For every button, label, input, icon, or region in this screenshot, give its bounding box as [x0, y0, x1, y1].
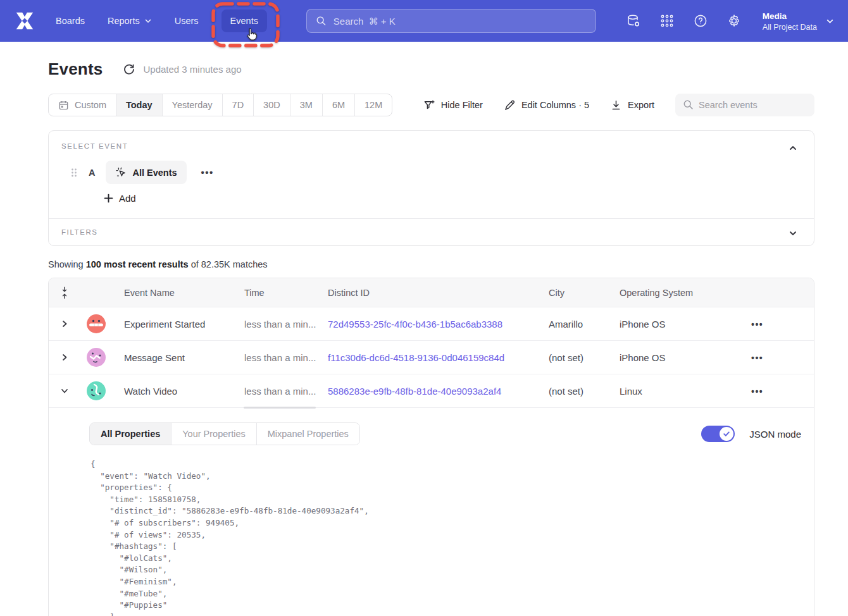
row-menu-button[interactable]: •••	[751, 319, 763, 330]
date-segment-custom[interactable]: Custom	[49, 94, 116, 116]
date-segment-3m[interactable]: 3M	[290, 94, 323, 116]
search-icon	[316, 15, 327, 27]
select-event-section: SELECT EVENT A	[49, 131, 814, 218]
expand-row-icon[interactable]	[60, 353, 69, 362]
tab-your-properties[interactable]: Your Properties	[171, 423, 256, 445]
cell-event-name: Watch Video	[112, 386, 232, 397]
nav-item-users[interactable]: Users	[175, 16, 199, 26]
nav-right-cluster: Media All Project Data	[626, 10, 834, 32]
select-event-label: SELECT EVENT	[61, 142, 801, 150]
cell-city: Amarillo	[536, 319, 607, 330]
apps-grid-icon[interactable]	[659, 13, 675, 28]
mixpanel-events-page: Boards Reports Users Events	[0, 0, 848, 616]
tab-label: Your Properties	[182, 429, 245, 439]
check-icon	[723, 430, 730, 438]
header-distinct-id[interactable]: Distinct ID	[316, 288, 536, 298]
header-operating-system[interactable]: Operating System	[607, 288, 742, 298]
nav-item-label: Reports	[108, 16, 140, 26]
edit-columns-button[interactable]: Edit Columns · 5	[504, 99, 589, 111]
row-menu-button[interactable]: •••	[751, 353, 763, 363]
nav-item-reports[interactable]: Reports	[108, 16, 152, 26]
collapse-section-button[interactable]	[785, 140, 801, 156]
edit-columns-label: Edit Columns · 5	[521, 100, 589, 110]
date-segment-label: 12M	[365, 100, 382, 110]
cell-time: less than a min...	[232, 352, 316, 363]
row-menu-button[interactable]: •••	[751, 386, 763, 397]
header-city[interactable]: City	[536, 288, 607, 298]
results-count: 100 most recent results	[86, 259, 189, 269]
json-mode-control: JSON mode	[701, 426, 801, 442]
properties-tabs: All Properties Your Properties Mixpanel …	[89, 422, 360, 445]
mixpanel-logo[interactable]	[14, 10, 35, 32]
json-mode-toggle[interactable]	[701, 426, 735, 442]
filters-section[interactable]: FILTERS	[49, 219, 814, 245]
export-button[interactable]: Export	[610, 99, 654, 111]
date-segment-label: Custom	[75, 100, 106, 110]
search-events-field	[675, 94, 814, 116]
calendar-icon	[58, 100, 69, 111]
distinct-id-link[interactable]: 72d49553-25fc-4f0c-b436-1b5ac6ab3388	[328, 319, 502, 330]
cell-time: less than a min...	[232, 386, 316, 397]
date-segment-label: 30D	[263, 100, 280, 110]
cell-os: Linux	[607, 386, 742, 397]
date-segment-12m[interactable]: 12M	[355, 94, 392, 116]
data-management-icon[interactable]	[626, 13, 641, 28]
project-scope: All Project Data	[763, 23, 817, 32]
tab-mixpanel-properties[interactable]: Mixpanel Properties	[257, 423, 359, 445]
expand-filters-button[interactable]	[785, 225, 801, 242]
date-segment-yesterday[interactable]: Yesterday	[163, 94, 223, 116]
global-search[interactable]	[306, 9, 596, 33]
cell-time: less than a min...	[232, 319, 316, 330]
pencil-icon	[504, 99, 516, 111]
date-segment-7d[interactable]: 7D	[223, 94, 254, 116]
settings-gear-icon[interactable]	[726, 13, 742, 28]
sparkle-cursor-icon	[115, 167, 127, 178]
date-segment-30d[interactable]: 30D	[254, 94, 290, 116]
project-switcher[interactable]: Media All Project Data	[763, 10, 834, 32]
cell-event-name: Experiment Started	[112, 319, 232, 330]
search-events-input[interactable]	[675, 94, 814, 116]
distinct-id-link[interactable]: f11c30d6-dc6d-4518-9136-0d046159c84d	[328, 352, 504, 363]
tab-all-properties[interactable]: All Properties	[90, 423, 171, 445]
refresh-icon[interactable]	[123, 63, 135, 76]
date-segment-today[interactable]: Today	[116, 94, 163, 116]
event-pill-label: All Events	[132, 168, 177, 178]
date-segment-label: 7D	[232, 100, 244, 110]
sort-rows-icon[interactable]	[60, 286, 69, 300]
controls-row: Custom Today Yesterday 7D 30D 3M 6M 12M …	[48, 94, 814, 116]
cell-city: (not set)	[536, 386, 607, 397]
collapse-row-icon[interactable]	[60, 386, 69, 395]
cell-city: (not set)	[536, 352, 607, 363]
header-event-name[interactable]: Event Name	[112, 288, 232, 298]
event-row-menu-button[interactable]: •••	[197, 164, 218, 180]
table-row[interactable]: Message Sent less than a min... f11c30d6…	[49, 341, 814, 374]
date-segment-label: 3M	[300, 100, 313, 110]
event-json-content: { "event": "Watch Video", "properties": …	[90, 459, 801, 616]
add-event-button[interactable]: Add	[104, 193, 136, 204]
help-icon[interactable]	[693, 13, 708, 28]
avatar	[87, 348, 106, 367]
tab-label: All Properties	[101, 429, 160, 439]
main-content: Events Updated 3 minutes ago Custom Toda…	[0, 59, 848, 616]
distinct-id-link[interactable]: 5886283e-e9fb-48fb-81de-40e9093a2af4	[328, 386, 501, 397]
chevron-down-icon	[789, 229, 797, 238]
event-selector-pill[interactable]: All Events	[106, 161, 186, 184]
nav-item-boards[interactable]: Boards	[56, 16, 85, 26]
expand-row-icon[interactable]	[60, 319, 69, 328]
global-search-input[interactable]	[334, 16, 587, 27]
table-row-expanded[interactable]: Watch Video less than a min... 5886283e-…	[49, 374, 814, 408]
download-icon	[610, 99, 622, 111]
top-nav: Boards Reports Users Events	[0, 0, 848, 42]
drag-handle-icon[interactable]	[70, 167, 78, 178]
results-summary: Showing 100 most recent results of 82.35…	[48, 259, 814, 269]
toggle-knob	[720, 427, 733, 441]
updated-timestamp: Updated 3 minutes ago	[143, 64, 241, 75]
chevron-up-icon	[789, 144, 797, 152]
chevron-down-icon	[826, 17, 834, 25]
table-row[interactable]: Experiment Started less than a min... 72…	[49, 307, 814, 341]
date-segment-6m[interactable]: 6M	[323, 94, 355, 116]
nav-item-events[interactable]: Events	[221, 9, 267, 32]
header-time[interactable]: Time	[232, 288, 316, 298]
hide-filter-button[interactable]: Hide Filter	[423, 99, 483, 111]
event-row-letter: A	[89, 168, 95, 178]
